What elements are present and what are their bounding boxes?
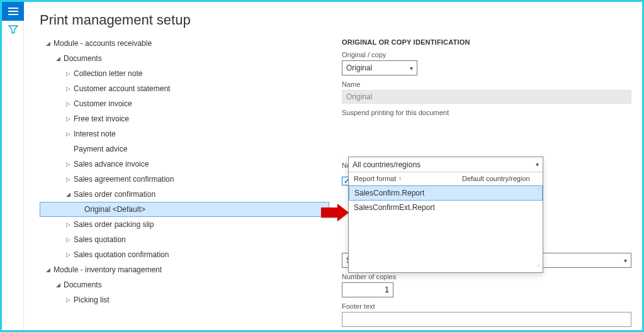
dropdown-option-salesconfirmext[interactable]: SalesConfirmExt.Report <box>349 201 543 214</box>
dropdown-list: SalesConfirm.Report SalesConfirmExt.Repo… <box>349 185 543 272</box>
tree-node-picking-list[interactable]: ▷Picking list <box>40 292 329 307</box>
filter-icon[interactable] <box>2 21 24 38</box>
chevron-down-icon: ▾ <box>536 161 539 168</box>
tree-node-cust-invoice[interactable]: ▷Customer invoice <box>40 96 329 111</box>
tree-node-documents-inv[interactable]: ◢Documents <box>40 277 329 292</box>
footer-text-label: Footer text <box>342 302 631 310</box>
section-heading: ORIGINAL OR COPY IDENTIFICATION <box>342 38 631 46</box>
chevron-down-icon: ▾ <box>624 257 627 264</box>
tree-node-sales-order-conf[interactable]: ◢Sales order confirmation <box>40 187 329 202</box>
tree-node-original-default[interactable]: ▷Original <Default> <box>40 202 329 217</box>
column-report-format[interactable]: Report format↑ <box>354 175 462 182</box>
scroll-down-icon: ˅ <box>537 264 540 271</box>
tree-node-collection-letter[interactable]: ▷Collection letter note <box>40 66 329 81</box>
column-default-region[interactable]: Default country/region <box>462 175 538 182</box>
sort-asc-icon: ↑ <box>398 175 402 182</box>
scroll-up-icon: ˄ <box>537 187 540 194</box>
hamburger-button[interactable] <box>2 2 24 21</box>
svg-rect-1 <box>8 11 18 12</box>
report-format-dropdown: All countries/regions ▾ Report format↑ D… <box>348 157 543 273</box>
dropdown-scrollbar[interactable]: ˄ ˅ <box>534 185 543 272</box>
tree-node-sales-quotation-conf[interactable]: ▷Sales quotation confirmation <box>40 247 329 262</box>
dropdown-filter[interactable]: All countries/regions ▾ <box>349 157 543 172</box>
main-content: Print management setup ◢Module - account… <box>25 2 642 330</box>
tree-node-sales-quotation[interactable]: ▷Sales quotation <box>40 232 329 247</box>
detail-form: ORIGINAL OR COPY IDENTIFICATION Original… <box>342 36 631 327</box>
footer-text-input[interactable] <box>342 312 631 327</box>
tree-node-documents-ar[interactable]: ◢Documents <box>40 51 329 66</box>
tree-node-sales-agreement-conf[interactable]: ▷Sales agreement confirmation <box>40 172 329 187</box>
chevron-down-icon: ▾ <box>410 65 413 72</box>
page-title: Print management setup <box>40 12 631 28</box>
name-label: Name <box>342 80 631 88</box>
tree-node-module-ar[interactable]: ◢Module - accounts receivable <box>40 36 329 51</box>
tree-node-cust-acct-stmt[interactable]: ▷Customer account statement <box>40 81 329 96</box>
dropdown-option-salesconfirm[interactable]: SalesConfirm.Report <box>349 185 543 201</box>
copies-label: Number of copies <box>342 273 631 280</box>
name-field: Original <box>342 90 631 104</box>
tree-node-payment-advice[interactable]: ▷Payment advice <box>40 141 329 157</box>
tree-node-sales-advance-invoice[interactable]: ▷Sales advance invoice <box>40 157 329 172</box>
tree-node-module-inv[interactable]: ◢Module - inventory management <box>40 262 329 277</box>
dropdown-columns-header: Report format↑ Default country/region <box>349 172 543 185</box>
original-copy-value: Original <box>346 64 372 72</box>
original-copy-select[interactable]: Original ▾ <box>342 60 417 75</box>
app-window: Print management setup ◢Module - account… <box>0 0 644 332</box>
suspend-label: Suspend printing for this document <box>342 109 631 116</box>
original-copy-label: Original / copy <box>342 51 631 58</box>
svg-rect-0 <box>8 8 18 9</box>
tree-node-sales-packing-slip[interactable]: ▷Sales order packing slip <box>40 217 329 232</box>
left-nav-rail <box>2 2 24 330</box>
document-tree: ◢Module - accounts receivable ◢Documents… <box>40 36 329 327</box>
dropdown-filter-value: All countries/regions <box>353 160 421 169</box>
tree-node-free-text-invoice[interactable]: ▷Free text invoice <box>40 111 329 126</box>
tree-node-interest-note[interactable]: ▷Interest note <box>40 126 329 141</box>
annotation-arrow-icon <box>321 204 349 223</box>
svg-rect-2 <box>8 14 18 15</box>
copies-input[interactable] <box>342 282 393 297</box>
